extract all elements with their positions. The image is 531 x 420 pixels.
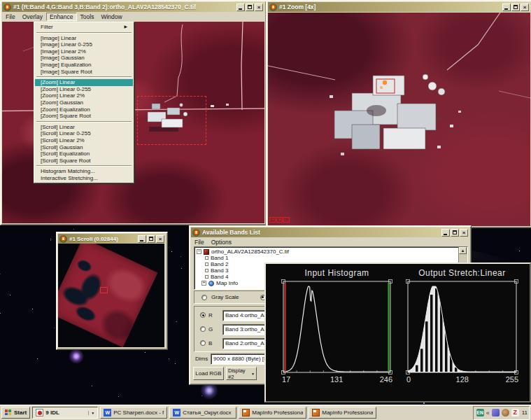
load-rgb-button[interactable]: Load RGB (193, 367, 224, 380)
minimize-icon (140, 240, 143, 241)
menubar-item-file[interactable]: File (2, 13, 19, 21)
task-button-pc-sharpen-docx-micros-1[interactable]: WPC Sharpen.docx - Micros... (100, 407, 167, 419)
tree-root-label[interactable]: ortho_ALAV2A128542370_C.tif (211, 248, 289, 255)
menu-item-zoom-gaussian[interactable]: [Zoom] Gaussian (35, 99, 133, 106)
menu-item-image-square-root[interactable]: [Image] Square Root (35, 69, 133, 76)
zoom-crosshair-control[interactable]: □ (283, 217, 290, 223)
zoom-out-control[interactable]: − (269, 217, 276, 223)
menubar-item-overlay[interactable]: Overlay (19, 13, 46, 21)
menu-item-image-linear-2[interactable]: [Image] Linear 2% (35, 48, 133, 55)
start-button[interactable]: Start (1, 407, 30, 419)
menubar-item-tools[interactable]: Tools (77, 13, 98, 21)
band-bullet-icon (205, 256, 208, 260)
word-icon: W (104, 409, 111, 416)
channel-radio-b[interactable] (200, 340, 206, 346)
band-label[interactable]: Band 1 (211, 255, 228, 261)
menu-item-scroll-equalization[interactable]: [Scroll] Equalization (35, 150, 133, 158)
menu-item-scroll-gaussian[interactable]: [Scroll] Gaussian (35, 144, 133, 151)
close-button[interactable]: × (521, 4, 529, 11)
bands-window-titlebar[interactable]: Available Bands List × (191, 227, 469, 237)
star (50, 239, 51, 239)
zoom-window-titlebar[interactable]: #1 Zoom [4x] × (268, 2, 530, 12)
interactive-stretching-panel[interactable]: Input Histogram17131246Output Stretch:Li… (264, 262, 531, 402)
star (169, 358, 169, 359)
maximize-icon (149, 237, 153, 241)
image-window-titlebar[interactable]: #1 (R:Band 4,G:Band 3,B:Band 2):ortho_AL… (2, 2, 264, 12)
gray-scale-radio[interactable] (201, 295, 207, 300)
close-button[interactable]: × (156, 235, 164, 243)
channel-label: R (208, 312, 213, 318)
tray-chevron-icon[interactable]: « (486, 410, 490, 416)
menu-item-label: [Image] Gaussian (41, 55, 85, 62)
channel-radio-g[interactable] (200, 326, 206, 332)
band-label[interactable]: Band 2 (211, 261, 228, 267)
collapse-toggle-icon[interactable]: − (197, 249, 201, 254)
zoom-extent-indicator[interactable] (137, 96, 206, 145)
star (519, 251, 520, 251)
menu-item-image-equalization[interactable]: [Image] Equalization (35, 62, 133, 69)
star (180, 256, 181, 257)
band-label[interactable]: Band 4 (211, 274, 228, 280)
scroll-display[interactable] (58, 244, 164, 347)
menu-item-zoom-linear[interactable]: [Zoom] Linear (35, 79, 133, 86)
menu-item-image-linear[interactable]: [Image] Linear (35, 35, 133, 42)
task-button-mapinfo-professional-3[interactable]: MapInfo Professional (239, 407, 306, 419)
task-button-9-idl-0[interactable]: 9 IDL▼ (32, 407, 98, 419)
maximize-button[interactable] (246, 4, 254, 11)
menu-item-zoom-linear-0-255[interactable]: [Zoom] Linear 0-255 (35, 86, 133, 93)
menubar-item-window[interactable]: Window (97, 13, 125, 21)
expand-toggle-icon[interactable]: + (201, 281, 206, 286)
minimize-button[interactable] (441, 229, 450, 237)
scroll-up-button[interactable]: ▲ (459, 247, 467, 254)
menubar-item-enhance[interactable]: Enhance (46, 13, 77, 21)
task-button-docx-mic-2[interactable]: WСтатья_Округ.docx - Mic... (169, 407, 236, 419)
tray-app-icon-zonealarm[interactable]: Z (511, 409, 519, 416)
scroll-window-title: #1 Scroll (0.02844) (69, 236, 118, 242)
zoom-window: #1 Zoom [4x] × (266, 0, 531, 228)
tray-app-icon-blue[interactable] (492, 409, 500, 416)
language-indicator[interactable]: EN (476, 409, 484, 416)
minimize-button[interactable] (138, 235, 146, 243)
minimize-button[interactable] (502, 4, 511, 11)
menu-item-zoom-equalization[interactable]: [Zoom] Equalization (35, 106, 133, 113)
menu-item-interactive-stretching[interactable]: Interactive Stretching... (35, 175, 133, 182)
zoom-in-control[interactable]: + (276, 217, 283, 223)
display-select-button[interactable]: Display #2 ▼ (226, 367, 257, 380)
maximize-button[interactable] (147, 235, 155, 243)
menu-item-image-gaussian[interactable]: [Image] Gaussian (35, 55, 133, 62)
band-label[interactable]: Band 3 (211, 267, 228, 274)
menu-item-zoom-square-root[interactable]: [Zoom] Square Root (35, 113, 133, 120)
map-info-label[interactable]: Map Info (216, 280, 238, 286)
maximize-button[interactable] (451, 229, 459, 237)
minimize-button[interactable] (236, 4, 245, 11)
zoom-display[interactable]: − + □ (268, 13, 530, 226)
close-button[interactable]: × (460, 229, 468, 237)
scroll-window-titlebar[interactable]: #1 Scroll (0.02844) × (58, 234, 166, 244)
maximize-button[interactable] (511, 4, 520, 11)
menu-item-scroll-linear[interactable]: [Scroll] Linear (35, 124, 133, 131)
menubar-item-options[interactable]: Options (208, 238, 235, 246)
group-dropdown-icon[interactable]: ▼ (88, 411, 94, 415)
menubar-item-file[interactable]: File (191, 238, 208, 246)
close-button[interactable]: × (255, 4, 263, 11)
menu-item-scroll-linear-2[interactable]: [Scroll] Linear 2% (35, 137, 133, 144)
envi-app-icon (59, 235, 67, 243)
menu-item-label: [Scroll] Gaussian (41, 144, 83, 151)
tray-app-icon-camera[interactable] (502, 409, 509, 416)
menu-item-scroll-linear-0-255[interactable]: [Scroll] Linear 0-255 (35, 130, 133, 137)
star (92, 386, 92, 386)
wallpaper-glow-purple (69, 349, 84, 364)
view-extent-indicator[interactable] (100, 287, 108, 293)
menu-item-zoom-linear-2[interactable]: [Zoom] Linear 2% (35, 92, 133, 99)
channel-radio-r[interactable] (200, 312, 206, 318)
menu-item-scroll-square-root[interactable]: [Scroll] Square Root (35, 158, 133, 164)
task-button-mapinfo-professional-4[interactable]: MapInfo Professional (309, 407, 376, 419)
menu-item-histogram-matching[interactable]: Histogram Matching... (35, 168, 133, 175)
menu-item-label: [Zoom] Linear 2% (41, 92, 85, 99)
windows-flag-icon (5, 410, 12, 416)
menu-item-label: [Image] Equalization (41, 62, 92, 69)
menu-item-filter[interactable]: Filter▶ (35, 24, 133, 31)
svg-text:131: 131 (330, 375, 343, 384)
globe-icon (208, 281, 214, 286)
menu-item-image-linear-0-255[interactable]: [Image] Linear 0-255 (35, 41, 133, 48)
